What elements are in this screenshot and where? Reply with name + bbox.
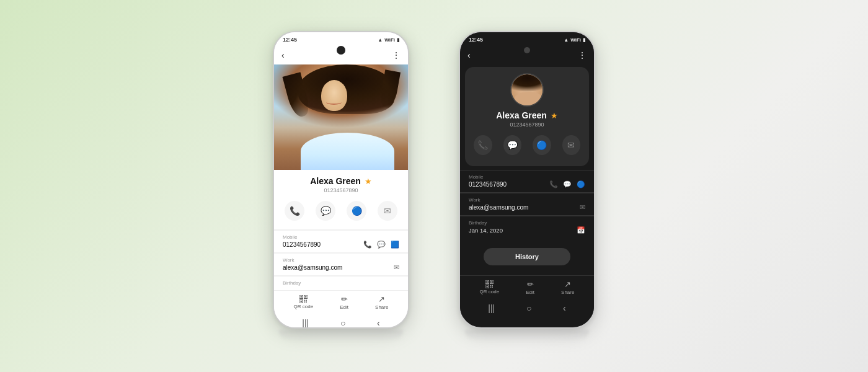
home-nav-dark[interactable]: ○ — [526, 303, 531, 313]
light-phone: 12:45 ▲ WiFi ▮ ‹ ⋮ — [273, 31, 409, 329]
share-icon-dark: ↗ — [564, 280, 571, 289]
work-label-dark: Work — [469, 197, 585, 203]
email-button-light[interactable]: ✉ — [378, 201, 397, 221]
svg-rect-19 — [492, 286, 493, 288]
mobile-msg-icon-dark[interactable]: 💬 — [563, 180, 572, 188]
qr-code-button-dark[interactable]: QR code — [480, 280, 500, 294]
work-value-row-dark: alexa@samsung.com ✉ — [469, 203, 585, 211]
contact-card-dark: Alexa Green ★ 01234567890 📞 💬 🔵 ✉ — [465, 67, 589, 166]
contact-card-light: Alexa Green ★ 01234567890 📞 💬 🔵 ✉ — [274, 170, 408, 229]
status-icons-light: ▲ WiFi ▮ — [378, 37, 399, 43]
menu-nav-dark[interactable]: ||| — [488, 303, 495, 313]
svg-rect-9 — [306, 301, 307, 303]
svg-rect-6 — [304, 300, 305, 301]
email-icon-light: ✉ — [384, 206, 391, 216]
qr-label-light: QR code — [294, 304, 314, 309]
wifi-icon-light: WiFi — [384, 37, 395, 43]
qr-code-button-light[interactable]: QR code — [294, 295, 314, 309]
contact-photo-light — [274, 64, 408, 170]
share-icon-light: ↗ — [378, 294, 385, 304]
back-button-light[interactable]: ‹ — [281, 50, 285, 60]
mobile-label-light: Mobile — [283, 234, 399, 240]
svg-rect-13 — [491, 281, 492, 283]
mobile-value-row-dark: 01234567890 📞 💬 🔵 — [469, 180, 585, 188]
back-nav-dark[interactable]: ‹ — [563, 303, 566, 313]
svg-rect-5 — [300, 301, 301, 302]
call-button-light[interactable]: 📞 — [285, 201, 304, 221]
avatar-dark — [510, 73, 544, 107]
more-menu-light[interactable]: ⋮ — [392, 50, 401, 60]
share-button-dark[interactable]: ↗ Share — [561, 280, 574, 295]
call-icon-light: 📞 — [290, 206, 300, 216]
birthday-value-dark: Jan 14, 2020 — [469, 227, 503, 234]
edit-button-dark[interactable]: ✏ Edit — [526, 280, 534, 295]
mobile-video-icon-dark[interactable]: 🔵 — [577, 180, 585, 188]
back-button-dark[interactable]: ‹ — [467, 50, 471, 60]
svg-rect-11 — [486, 281, 487, 283]
status-bar-light: 12:45 ▲ WiFi ▮ — [274, 32, 408, 46]
avatar-hair — [512, 74, 542, 92]
star-icon-dark[interactable]: ★ — [551, 111, 558, 120]
mobile-number-dark: 01234567890 — [469, 181, 507, 188]
star-icon-light[interactable]: ★ — [365, 177, 372, 186]
birthday-section-dark: Birthday Jan 14, 2020 📅 — [460, 216, 594, 238]
birthday-calendar-icon-dark[interactable]: 📅 — [577, 226, 585, 234]
phone-reflection-dark — [465, 330, 589, 341]
email-button-dark[interactable]: ✉ — [562, 135, 581, 155]
back-nav-light[interactable]: ‹ — [377, 318, 380, 328]
svg-rect-3 — [305, 296, 306, 298]
contact-name-row-light: Alexa Green ★ — [283, 176, 399, 186]
bottom-toolbar-dark: QR code ✏ Edit ↗ Share — [460, 275, 594, 299]
work-label-light: Work — [283, 257, 399, 263]
message-icon-dark: 💬 — [507, 140, 518, 150]
body — [301, 133, 394, 170]
work-email-icon-light[interactable]: ✉ — [394, 264, 399, 272]
mobile-call-icon-dark[interactable]: 📞 — [549, 180, 558, 188]
share-label-dark: Share — [561, 290, 574, 295]
video-button-light[interactable]: 🔵 — [347, 201, 366, 221]
edit-icon-dark: ✏ — [527, 280, 534, 289]
message-button-dark[interactable]: 💬 — [503, 135, 522, 155]
mobile-msg-icon-light[interactable]: 💬 — [377, 241, 386, 249]
home-nav-light[interactable]: ○ — [340, 318, 345, 328]
work-actions-light: ✉ — [394, 264, 399, 272]
signal-icon-dark: ▲ — [564, 37, 569, 43]
more-menu-dark[interactable]: ⋮ — [578, 50, 587, 60]
birthday-label-dark: Birthday — [469, 220, 585, 226]
work-section-dark: Work alexa@samsung.com ✉ — [460, 193, 594, 215]
battery-icon-light: ▮ — [397, 37, 399, 43]
contact-name-row-dark: Alexa Green ★ — [474, 110, 580, 120]
notch-light — [337, 46, 345, 55]
video-button-dark[interactable]: 🔵 — [533, 135, 551, 155]
history-button[interactable]: History — [484, 248, 570, 265]
avatar-body — [515, 92, 542, 105]
time-light: 12:45 — [283, 37, 297, 43]
svg-rect-18 — [490, 286, 491, 288]
mobile-section-dark: Mobile 01234567890 📞 💬 🔵 — [460, 170, 594, 192]
birthday-label-light: Birthday — [283, 280, 399, 286]
svg-rect-17 — [492, 285, 493, 286]
share-button-light[interactable]: ↗ Share — [375, 294, 388, 310]
birthday-section-light: Birthday — [274, 276, 408, 290]
svg-rect-7 — [306, 300, 307, 301]
message-button-light[interactable]: 💬 — [316, 201, 335, 221]
share-label-light: Share — [375, 304, 388, 310]
svg-rect-1 — [300, 296, 301, 298]
mobile-value-row-light: 01234567890 📞 💬 🟦 — [283, 241, 399, 249]
mobile-video-icon-light[interactable]: 🟦 — [391, 241, 399, 249]
qr-icon-dark — [485, 280, 494, 288]
mobile-call-icon-light[interactable]: 📞 — [363, 241, 372, 249]
birthday-value-row-dark: Jan 14, 2020 📅 — [469, 226, 585, 234]
call-button-dark[interactable]: 📞 — [474, 135, 492, 155]
status-bar-dark: 12:45 ▲ WiFi ▮ — [460, 32, 594, 46]
work-email-dark: alexa@samsung.com — [469, 204, 528, 211]
mobile-number-light: 01234567890 — [283, 241, 321, 248]
work-email-icon-dark[interactable]: ✉ — [580, 203, 585, 211]
time-dark: 12:45 — [469, 37, 483, 43]
edit-button-light[interactable]: ✏ Edit — [340, 294, 348, 310]
contact-name-dark: Alexa Green — [496, 110, 547, 120]
bottom-toolbar-light: QR code ✏ Edit ↗ Share — [274, 290, 408, 314]
work-section-light: Work alexa@samsung.com ✉ — [274, 253, 408, 275]
status-icons-dark: ▲ WiFi ▮ — [564, 37, 585, 43]
menu-nav-light[interactable]: ||| — [302, 318, 309, 328]
